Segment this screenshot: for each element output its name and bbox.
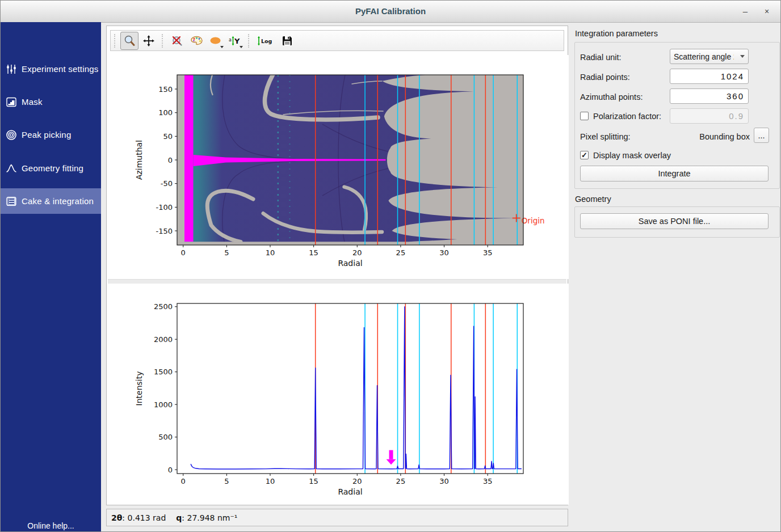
radial-points-input[interactable] bbox=[670, 69, 749, 84]
svg-text:5: 5 bbox=[224, 477, 229, 485]
toolbar-drag-handle[interactable] bbox=[114, 34, 117, 48]
zoom-button[interactable] bbox=[120, 32, 138, 50]
svg-text:Origin: Origin bbox=[522, 216, 545, 225]
q-value: : 27.948 nm⁻¹ bbox=[182, 513, 237, 522]
magnifier-icon bbox=[123, 35, 136, 47]
radial-unit-label: Radial unit: bbox=[580, 53, 622, 62]
cake-heatmap-image bbox=[177, 75, 523, 245]
svg-text:25: 25 bbox=[396, 477, 406, 485]
toolbar-separator bbox=[162, 34, 164, 48]
plot-toolbar: a Y Log bbox=[110, 30, 564, 51]
zoom-reset-button[interactable] bbox=[168, 32, 186, 50]
save-button[interactable] bbox=[278, 32, 296, 50]
svg-text:20: 20 bbox=[352, 477, 362, 485]
pixel-splitting-label: Pixel splitting: bbox=[580, 132, 631, 141]
log-scale-button[interactable]: Log bbox=[254, 32, 277, 50]
sidebar-item-cake-integration[interactable]: Cake & integration bbox=[1, 188, 101, 214]
sidebar-item-label: Cake & integration bbox=[22, 196, 94, 206]
chevron-down-icon bbox=[240, 46, 243, 48]
svg-text:0: 0 bbox=[168, 156, 173, 164]
display-mask-checkbox[interactable]: ✓ bbox=[580, 151, 589, 159]
app-window: PyFAI Calibration – × Experiment setting… bbox=[0, 0, 781, 532]
chevron-down-icon bbox=[740, 55, 745, 58]
intensity-plot[interactable]: 0510152025303505001000150020002500Radial… bbox=[107, 284, 569, 505]
radial-unit-select[interactable]: Scattering angle 2 bbox=[670, 49, 749, 64]
sidebar-item-experiment-settings[interactable]: Experiment settings bbox=[1, 56, 101, 82]
integrate-button[interactable]: Integrate bbox=[580, 166, 769, 181]
svg-text:Intensity: Intensity bbox=[135, 371, 144, 406]
svg-text:35: 35 bbox=[483, 248, 493, 257]
svg-text:30: 30 bbox=[439, 248, 449, 257]
display-mask-label: Display mask overlay bbox=[593, 151, 671, 160]
sidebar-item-mask[interactable]: Mask bbox=[1, 89, 101, 115]
cake-plot[interactable]: Origin 05101520253035-150-100-5005010015… bbox=[107, 55, 569, 279]
svg-text:10: 10 bbox=[266, 477, 275, 485]
svg-text:20: 20 bbox=[352, 248, 362, 257]
svg-text:30: 30 bbox=[439, 477, 449, 485]
pixel-splitting-value: Bounding box bbox=[664, 132, 750, 141]
sidebar: Experiment settings Mask Peak picking bbox=[1, 22, 101, 532]
svg-text:35: 35 bbox=[483, 477, 493, 485]
svg-text:0: 0 bbox=[181, 248, 186, 257]
svg-text:50: 50 bbox=[163, 132, 173, 141]
sidebar-item-label: Geometry fitting bbox=[22, 163, 83, 173]
online-help-link[interactable]: Online help... bbox=[1, 521, 101, 530]
log-scale-icon: Log bbox=[255, 35, 276, 47]
svg-text:15: 15 bbox=[309, 248, 318, 257]
colormap-button[interactable] bbox=[187, 32, 205, 50]
save-poni-button[interactable]: Save as PONI file... bbox=[580, 213, 769, 229]
marker-arrow-icon bbox=[387, 450, 396, 465]
pan-icon bbox=[142, 35, 155, 47]
polarization-checkbox[interactable]: ✓ bbox=[580, 112, 589, 120]
ellipse-tool-icon bbox=[209, 35, 222, 47]
svg-text:Radial: Radial bbox=[338, 487, 362, 496]
sidebar-item-peak-picking[interactable]: Peak picking bbox=[1, 122, 101, 147]
pan-button[interactable] bbox=[140, 32, 158, 50]
y-axis-direction-button[interactable]: a Y bbox=[226, 32, 244, 50]
two-theta-label: 2θ bbox=[111, 513, 122, 522]
integration-panel: Integration parameters Radial unit: Scat… bbox=[573, 26, 780, 530]
ring-lines bbox=[316, 303, 518, 474]
close-button[interactable]: × bbox=[759, 4, 775, 19]
sidebar-item-label: Peak picking bbox=[22, 130, 71, 140]
polarization-input[interactable] bbox=[670, 108, 749, 124]
svg-text:150: 150 bbox=[158, 85, 173, 94]
zoom-cancel-icon bbox=[171, 35, 183, 47]
svg-text:0: 0 bbox=[181, 477, 186, 485]
title-bar: PyFAI Calibration – × bbox=[1, 1, 780, 23]
toolbar-separator bbox=[248, 34, 250, 48]
geometry-title: Geometry bbox=[575, 195, 611, 204]
two-theta-value: : 0.413 rad bbox=[122, 513, 166, 522]
polarization-label: Polarization factor: bbox=[593, 112, 661, 121]
y-axis-icon: a Y bbox=[228, 35, 242, 47]
svg-text:10: 10 bbox=[266, 248, 275, 257]
svg-text:0: 0 bbox=[168, 466, 173, 474]
chevron-down-icon bbox=[220, 46, 224, 48]
sidebar-item-geometry-fitting[interactable]: Geometry fitting bbox=[1, 155, 101, 181]
palette-icon bbox=[190, 35, 203, 47]
svg-text:5: 5 bbox=[224, 248, 229, 257]
svg-text:Y: Y bbox=[234, 37, 240, 45]
radial-points-label: Radial points: bbox=[580, 73, 630, 82]
radial-unit-value: Scattering angle 2 bbox=[674, 52, 734, 61]
svg-text:a: a bbox=[229, 37, 232, 43]
intensity-curve bbox=[191, 307, 522, 469]
svg-text:100: 100 bbox=[158, 108, 173, 117]
mask-shape-button[interactable] bbox=[207, 32, 225, 50]
azimuthal-points-input[interactable] bbox=[670, 88, 749, 104]
pixel-splitting-options-button[interactable]: ... bbox=[754, 128, 769, 143]
mask-icon bbox=[6, 96, 17, 108]
minimize-button[interactable]: – bbox=[737, 4, 753, 19]
svg-text:-100: -100 bbox=[156, 203, 173, 212]
azimuthal-points-label: Azimuthal points: bbox=[580, 92, 643, 102]
cake-icon bbox=[6, 196, 17, 207]
svg-text:1500: 1500 bbox=[154, 368, 173, 376]
status-bar: 2θ : 0.413 rad q : 27.948 nm⁻¹ bbox=[106, 509, 568, 526]
svg-text:-150: -150 bbox=[156, 227, 173, 235]
svg-text:15: 15 bbox=[309, 477, 318, 485]
svg-text:2000: 2000 bbox=[154, 335, 173, 344]
integration-parameters-title: Integration parameters bbox=[575, 29, 658, 38]
svg-text:Radial: Radial bbox=[338, 259, 362, 268]
svg-text:1000: 1000 bbox=[154, 400, 173, 409]
save-icon bbox=[281, 35, 293, 47]
